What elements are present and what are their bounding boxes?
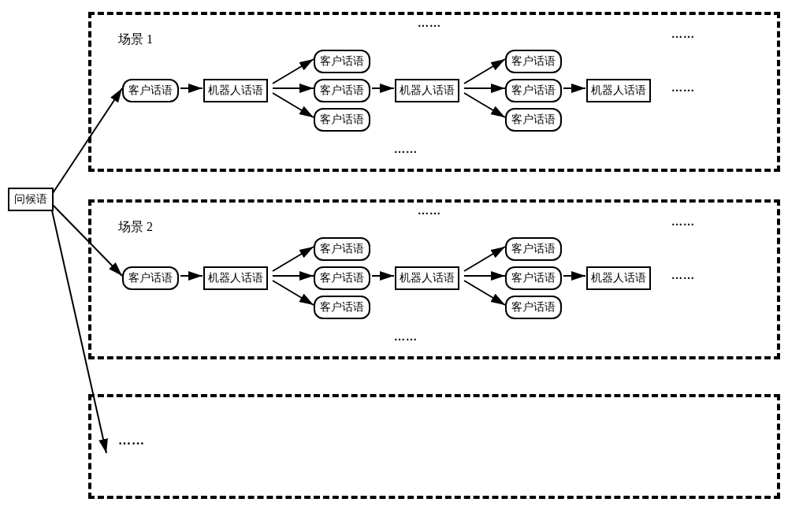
s3-dots: …… [118,433,145,448]
s1-customer-3b: 客户话语 [505,79,562,102]
s1-robot-1: 机器人话语 [203,79,268,102]
s2-dots-top: …… [418,205,441,218]
s2-robot-3: 机器人话语 [586,266,651,290]
scene1-label: 场景 1 [118,32,153,48]
s2-customer-3a: 客户话语 [505,237,562,261]
greeting-label: 问候语 [14,192,47,206]
s1-dots-top: …… [418,17,441,30]
s2-robot-2: 机器人话语 [395,266,459,290]
s1-robot-2: 机器人话语 [395,79,459,102]
s1-customer-2a: 客户话语 [314,50,370,73]
s1-customer-3a: 客户话语 [505,50,562,73]
s2-customer-2a: 客户话语 [314,237,370,261]
s2-dots-right2: …… [671,270,695,282]
s1-customer-3c: 客户话语 [505,108,562,132]
s2-customer-2b: 客户话语 [314,266,370,290]
s2-customer-3b: 客户话语 [505,266,562,290]
s1-customer-1: 客户话语 [122,79,179,102]
s2-dots-right1: …… [671,216,695,229]
s1-dots-right1: …… [671,28,695,41]
scene3-panel [88,394,780,499]
s2-dots-bottom: …… [394,331,418,344]
s1-customer-2c: 客户话语 [314,108,370,132]
s2-customer-1: 客户话语 [122,266,179,290]
s1-customer-2b: 客户话语 [314,79,370,102]
s1-dots-right2: …… [671,82,695,95]
s2-robot-1: 机器人话语 [203,266,268,290]
s2-customer-3c: 客户话语 [505,296,562,319]
s1-robot-3: 机器人话语 [586,79,651,102]
greeting-node: 问候语 [8,188,54,211]
scene2-label: 场景 2 [118,219,153,236]
s2-customer-2c: 客户话语 [314,296,370,319]
s1-dots-bottom: …… [394,143,418,156]
